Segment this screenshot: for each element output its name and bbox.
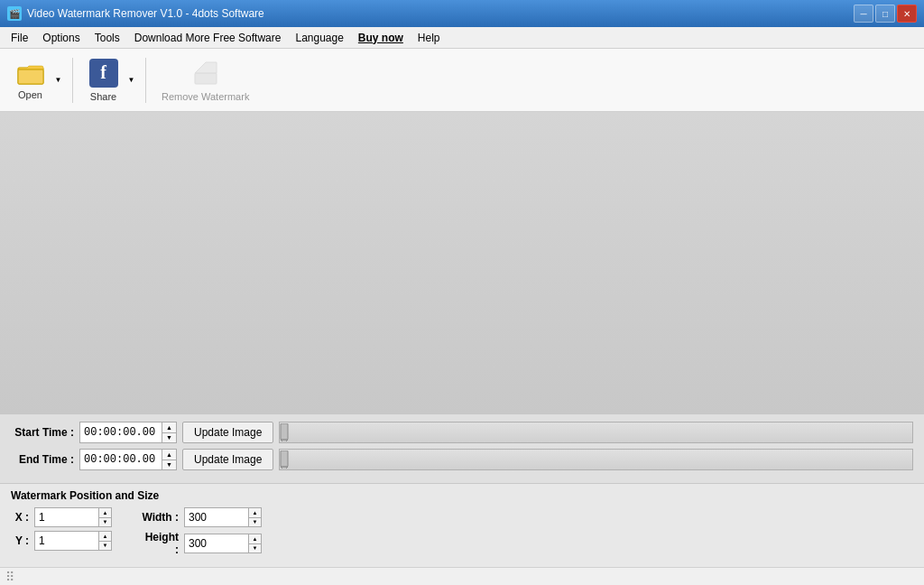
status-bar: ⠿	[0, 567, 924, 585]
height-spin-up[interactable]: ▲	[249, 534, 261, 544]
update-image-btn-start[interactable]: Update Image	[182, 422, 273, 443]
menu-help[interactable]: Help	[411, 29, 448, 47]
title-bar: 🎬 Video Watermark Remover V1.0 - 4dots S…	[0, 0, 924, 27]
height-input[interactable]	[185, 534, 248, 552]
end-time-slider-container[interactable]	[279, 449, 913, 470]
remove-watermark-button[interactable]: Remove Watermark	[153, 54, 257, 107]
share-icon: f	[89, 59, 118, 88]
title-bar-controls: ─ □ ✕	[854, 5, 917, 23]
status-dots: ⠿	[5, 570, 14, 584]
start-time-slider-thumb[interactable]	[280, 423, 289, 441]
toolbar-separator-1	[72, 58, 73, 103]
end-time-slider-thumb[interactable]	[280, 450, 289, 469]
width-input-wrapper: ▲ ▼	[184, 507, 262, 527]
open-label: Open	[18, 89, 42, 100]
svg-marker-3	[195, 62, 217, 73]
remove-watermark-icon	[191, 59, 220, 88]
share-label: Share	[90, 91, 116, 102]
start-time-input[interactable]	[80, 422, 162, 442]
height-spinner: ▲ ▼	[248, 534, 261, 552]
restore-button[interactable]: □	[875, 5, 895, 23]
position-section-title: Watermark Position and Size	[11, 489, 913, 502]
minimize-button[interactable]: ─	[854, 5, 873, 23]
height-row: Height : ▲ ▼	[139, 531, 262, 556]
height-spin-down[interactable]: ▼	[249, 544, 261, 553]
width-spin-down[interactable]: ▼	[249, 518, 261, 527]
svg-marker-6	[281, 440, 288, 441]
menu-buynow[interactable]: Buy now	[351, 29, 411, 47]
height-label: Height :	[139, 531, 179, 556]
x-spin-up[interactable]: ▲	[99, 508, 111, 518]
share-button[interactable]: f Share	[80, 54, 125, 107]
x-input-wrapper: ▲ ▼	[34, 507, 112, 527]
y-input-wrapper: ▲ ▼	[34, 531, 112, 551]
y-spin-up[interactable]: ▲	[99, 532, 111, 542]
width-input[interactable]	[185, 508, 248, 526]
start-time-label: Start Time :	[11, 426, 74, 439]
start-time-spin-down[interactable]: ▼	[162, 433, 176, 443]
open-dropdown-arrow[interactable]: ▼	[52, 54, 65, 107]
end-time-row: End Time : ▲ ▼ Update Image	[11, 449, 913, 470]
start-time-slider-track	[280, 422, 912, 442]
svg-rect-7	[281, 450, 288, 467]
share-dropdown-arrow[interactable]: ▼	[125, 54, 138, 107]
end-time-spinner: ▲ ▼	[162, 450, 176, 469]
x-label: X :	[11, 511, 29, 524]
width-spin-up[interactable]: ▲	[249, 508, 261, 518]
title-bar-left: 🎬 Video Watermark Remover V1.0 - 4dots S…	[7, 6, 264, 21]
xy-column: X : ▲ ▼ Y : ▲ ▼	[11, 507, 112, 560]
y-spin-down[interactable]: ▼	[99, 542, 111, 551]
bottom-controls: Start Time : ▲ ▼ Update Image	[0, 414, 924, 483]
end-time-input-wrapper: ▲ ▼	[79, 449, 177, 470]
menu-download[interactable]: Download More Free Software	[127, 29, 289, 47]
position-section: Watermark Position and Size X : ▲ ▼ Y :	[0, 483, 924, 567]
y-label: Y :	[11, 534, 29, 547]
menu-tools[interactable]: Tools	[88, 29, 127, 47]
end-time-input[interactable]	[80, 450, 162, 469]
end-time-slider-track	[280, 450, 912, 469]
app-body: File Options Tools Download More Free So…	[0, 27, 924, 585]
open-button[interactable]: Open	[7, 54, 52, 107]
open-button-group: Open ▼	[7, 54, 65, 107]
start-time-spin-up[interactable]: ▲	[162, 422, 176, 433]
start-time-row: Start Time : ▲ ▼ Update Image	[11, 422, 913, 443]
update-image-btn-end[interactable]: Update Image	[182, 449, 273, 470]
menu-file[interactable]: File	[4, 29, 35, 47]
x-spinner: ▲ ▼	[98, 508, 111, 526]
toolbar-separator-2	[145, 58, 146, 103]
share-button-group: f Share ▼	[80, 54, 138, 107]
end-time-spin-up[interactable]: ▲	[162, 450, 176, 460]
menu-options[interactable]: Options	[35, 29, 87, 47]
y-input[interactable]	[35, 532, 98, 550]
end-time-spin-down[interactable]: ▼	[162, 460, 176, 470]
end-time-label: End Time :	[11, 453, 74, 466]
position-columns: X : ▲ ▼ Y : ▲ ▼	[11, 507, 913, 560]
close-button[interactable]: ✕	[897, 5, 917, 23]
svg-marker-8	[281, 467, 288, 469]
width-label: Width :	[139, 511, 179, 524]
remove-watermark-label: Remove Watermark	[162, 91, 249, 102]
width-row: Width : ▲ ▼	[139, 507, 262, 527]
height-input-wrapper: ▲ ▼	[184, 534, 262, 553]
video-preview-area	[0, 112, 924, 414]
menu-bar: File Options Tools Download More Free So…	[0, 27, 924, 49]
width-spinner: ▲ ▼	[248, 508, 261, 526]
y-spinner: ▲ ▼	[98, 532, 111, 550]
toolbar: Open ▼ f Share ▼	[0, 49, 924, 112]
window-title: Video Watermark Remover V1.0 - 4dots Sof…	[27, 7, 264, 20]
x-input[interactable]	[35, 508, 98, 526]
x-spin-down[interactable]: ▼	[99, 518, 111, 527]
start-time-slider-container[interactable]	[279, 422, 913, 443]
y-row: Y : ▲ ▼	[11, 531, 112, 551]
svg-rect-2	[195, 73, 217, 84]
svg-rect-5	[281, 423, 288, 440]
menu-language[interactable]: Language	[288, 29, 350, 47]
wh-column: Width : ▲ ▼ Height : ▲	[139, 507, 262, 560]
start-time-spinner: ▲ ▼	[162, 422, 176, 442]
app-icon: 🎬	[7, 6, 22, 21]
x-row: X : ▲ ▼	[11, 507, 112, 527]
svg-rect-1	[18, 70, 43, 84]
open-icon	[16, 60, 45, 86]
start-time-input-wrapper: ▲ ▼	[79, 422, 177, 443]
